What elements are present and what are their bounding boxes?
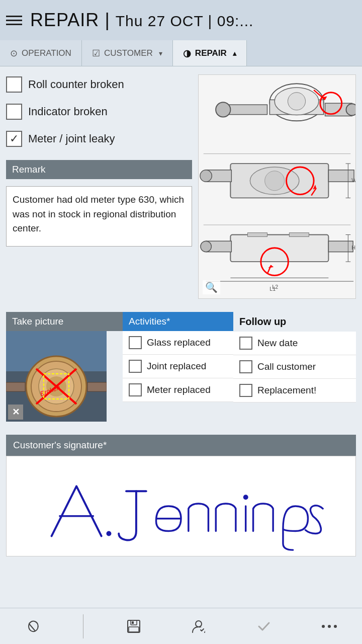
left-panel: Roll counter broken Indicator broken ✓ M… [6, 74, 192, 299]
activity-meter-replaced[interactable]: Meter replaced [123, 378, 233, 402]
more-dots-icon [322, 624, 337, 629]
svg-point-56 [107, 531, 112, 536]
tab-operation-label: OPERATION [22, 48, 71, 58]
svg-rect-61 [132, 621, 134, 624]
svg-point-57 [243, 495, 248, 500]
svg-point-4 [216, 102, 230, 117]
joint-replaced-label: Joint replaced [147, 361, 206, 372]
svg-point-18 [265, 171, 285, 191]
glass-replaced-checkbox[interactable] [129, 336, 142, 349]
more-button[interactable] [314, 611, 344, 641]
svg-rect-53 [6, 382, 25, 391]
header-title: REPAIR | Thu 27 OCT | 09:... [30, 10, 253, 31]
repair-icon: ◑ [183, 48, 191, 59]
meter-joint-checkbox[interactable]: ✓ [6, 131, 22, 147]
svg-point-15 [200, 170, 212, 182]
close-picture-button[interactable]: ✕ [8, 405, 23, 420]
call-customer-label: Call customer [257, 361, 316, 372]
roll-counter-checkbox[interactable] [6, 76, 22, 93]
meter-replaced-label: Meter replaced [147, 384, 211, 395]
followup-header: Follow up [233, 312, 356, 332]
signature-header: Customer's signature* [6, 435, 356, 456]
toolbar-divider-1 [83, 614, 83, 638]
remark-header: Remark [6, 160, 192, 179]
diagram-panel: W H L2 L1 [198, 74, 356, 299]
glass-replaced-label: Glass replaced [147, 337, 211, 348]
signature-box[interactable] [6, 456, 356, 556]
meter-diagram: W H L2 L1 [199, 75, 355, 296]
header-repair-label: REPAIR [30, 10, 99, 30]
signature-drawing [7, 456, 355, 556]
svg-text:W: W [351, 177, 355, 183]
activity-joint-replaced[interactable]: Joint replaced [123, 355, 233, 378]
meter-joint-label: Meter / joint leaky [28, 132, 115, 145]
user-button[interactable] [184, 611, 214, 641]
attachment-icon [25, 619, 40, 634]
svg-point-64 [322, 625, 325, 628]
tab-bar: ⊙ OPERATION ☑ CUSTOMER ▾ ◑ REPAIR ▴ [0, 40, 362, 66]
checkmark-icon [256, 619, 272, 634]
new-date-label: New date [257, 338, 298, 349]
checkbox-indicator[interactable]: Indicator broken [6, 102, 192, 122]
svg-point-65 [328, 625, 331, 628]
followup-call-customer[interactable]: Call customer [233, 355, 356, 379]
call-customer-checkbox[interactable] [239, 360, 252, 373]
svg-rect-60 [129, 627, 139, 632]
lower-section: Take picture [0, 307, 362, 435]
app-header: REPAIR | Thu 27 OCT | 09:... [0, 0, 362, 40]
replacement-checkbox[interactable] [239, 384, 252, 397]
svg-point-8 [288, 93, 305, 110]
svg-point-29 [201, 241, 211, 252]
zoom-icon[interactable]: 🔍 [203, 280, 220, 294]
main-content: Roll counter broken Indicator broken ✓ M… [0, 66, 362, 307]
header-datetime: Thu 27 OCT | 09:... [116, 13, 254, 29]
roll-counter-label: Roll counter broken [28, 78, 124, 91]
take-picture-header: Take picture [6, 312, 123, 331]
svg-rect-16 [328, 170, 354, 182]
header-separator: | [105, 10, 115, 30]
activity-glass-replaced[interactable]: Glass replaced [123, 331, 233, 355]
svg-text:L1: L1 [269, 286, 276, 292]
svg-text:H: H [351, 245, 355, 251]
remark-text[interactable]: Customer had old meter type 630, which w… [6, 186, 192, 247]
svg-point-62 [196, 621, 202, 627]
tab-customer[interactable]: ☑ CUSTOMER ▾ [82, 40, 173, 66]
hamburger-menu[interactable] [6, 16, 22, 25]
svg-point-66 [334, 625, 337, 628]
customer-check-icon: ☑ [92, 48, 100, 59]
signature-section: Customer's signature* [0, 435, 362, 567]
checkbox-meter-joint[interactable]: ✓ Meter / joint leaky [6, 129, 192, 149]
joint-replaced-checkbox[interactable] [129, 360, 142, 373]
save-button[interactable] [119, 611, 149, 641]
check-button[interactable] [249, 611, 279, 641]
meter-replaced-checkbox[interactable] [129, 383, 142, 396]
svg-rect-32 [289, 233, 309, 237]
save-icon [126, 619, 141, 634]
svg-rect-31 [248, 233, 267, 237]
tab-repair[interactable]: ◑ REPAIR ▴ [173, 40, 247, 66]
indicator-label: Indicator broken [28, 105, 108, 118]
activities-header: Activities* [123, 312, 233, 331]
operation-icon: ⊙ [10, 48, 18, 59]
tab-repair-label: REPAIR [195, 48, 227, 58]
followup-replacement[interactable]: Replacement! [233, 379, 356, 403]
picture-box[interactable]: Broken ✕ [6, 331, 107, 422]
activities-column: Activities* Glass replaced Joint replace… [123, 312, 233, 422]
indicator-checkbox[interactable] [6, 104, 22, 120]
activities-row: Take picture [6, 312, 356, 422]
repair-chevron-up-icon: ▴ [233, 49, 236, 57]
tab-customer-label: CUSTOMER [104, 48, 153, 58]
svg-point-6 [346, 104, 355, 115]
replacement-label: Replacement! [257, 385, 316, 396]
svg-rect-30 [328, 241, 353, 252]
svg-rect-54 [87, 382, 107, 391]
customer-chevron-down-icon: ▾ [159, 49, 162, 57]
new-date-checkbox[interactable] [239, 337, 252, 350]
user-icon [191, 619, 206, 634]
followup-new-date[interactable]: New date [233, 332, 356, 355]
tab-operation[interactable]: ⊙ OPERATION [0, 40, 82, 66]
checkbox-roll-counter[interactable]: Roll counter broken [6, 74, 192, 95]
bottom-toolbar [0, 608, 362, 644]
attachment-button[interactable] [18, 611, 48, 641]
take-picture-column: Take picture [6, 312, 123, 422]
